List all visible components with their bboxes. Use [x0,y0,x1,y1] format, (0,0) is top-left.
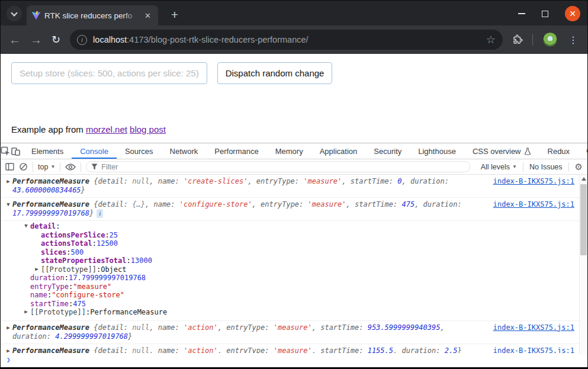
source-link[interactable]: index-B-IKXS75.js:1 [485,323,574,332]
console-message-row[interactable]: ▼PerformanceMeasure {detail: {…}, name: … [1,198,579,221]
tab-title: RTK slice reducers perfo [44,11,139,20]
extensions-puzzle-icon[interactable] [512,34,523,45]
forward-button[interactable]: → [30,34,42,46]
device-toolbar-button[interactable] [11,143,21,159]
console-sidebar-icon[interactable] [5,163,14,171]
log-levels-selector[interactable]: All levels ▼ [481,163,517,171]
tree-property-row[interactable]: ▶[[Prototype]]: PerformanceMeasure [4,308,574,317]
devtools-tab-redux[interactable]: Redux [539,143,579,159]
console-message-row[interactable]: ▶PerformanceMeasure {detail: null, name:… [1,321,579,344]
profile-avatar[interactable] [542,32,558,47]
setup-store-button[interactable]: Setup store (slices: 500, actions per sl… [11,62,207,84]
source-link[interactable]: index-B-IKXS75.js:1 [485,200,574,209]
devtools-tab-console[interactable]: Console [72,143,117,159]
collapsed-triangle-icon[interactable]: ▶ [4,323,12,332]
expanded-triangle-icon[interactable]: ▼ [4,200,12,209]
source-link[interactable]: index-B-IKXS75.js:1 [485,346,574,354]
caret-down-icon: ▼ [50,164,55,169]
devtools-tab-application[interactable]: Application [311,143,366,159]
context-selector[interactable]: top ▼ [38,163,55,171]
expanded-object-tree: ▼detail:actionsPerSlice: 25actionsTotal:… [1,221,579,321]
expanded-triangle-icon[interactable]: ▼ [22,222,30,230]
minimize-button[interactable] [518,13,525,14]
devtools-tab-elements[interactable]: Elements [23,143,72,159]
scrollbar-thumb[interactable] [580,184,587,255]
collapsed-triangle-icon[interactable]: ▶ [4,177,12,186]
tree-property-row: startTime: 475 [4,300,574,309]
tree-property-row: name: "configure-store" [4,291,574,300]
console-toolbar: top ▼ Filter All levels ▼ [1,159,587,175]
console-message-row[interactable]: ▶PerformanceMeasure {detail: null, name:… [1,344,579,354]
console-scrollbar[interactable] [579,175,587,354]
new-tab-button[interactable]: + [166,7,183,23]
console-settings-icon[interactable]: ⚙ [575,162,583,172]
browser-tab[interactable]: RTK slice reducers perfo ✕ [27,5,158,25]
console-message-row[interactable]: ▶PerformanceMeasure {detail: null, name:… [1,175,579,198]
clear-console-icon[interactable] [19,162,28,171]
devtools-tab-network[interactable]: Network [162,143,207,159]
console-toolbar-divider [568,162,569,172]
button-row: Setup store (slices: 500, actions per sl… [1,54,587,84]
console-toolbar-divider [60,162,60,172]
object-preview: PerformanceMeasure {detail: null, name: … [12,346,485,354]
scrollbar-up-icon[interactable] [581,177,586,181]
browser-window: RTK slice reducers perfo ✕ + ✕ ← → ↻ i l… [0,0,588,369]
live-expression-eye-icon[interactable] [65,163,76,171]
prompt-chevron-icon: ❯ [7,356,11,364]
tab-close-icon[interactable]: ✕ [142,10,153,21]
devtools-tab-sources[interactable]: Sources [117,143,162,159]
collapsed-triangle-icon[interactable]: ▶ [33,265,41,274]
console-toolbar-divider [523,162,523,172]
page-content: Setup store (slices: 500, actions per sl… [1,54,587,143]
devtools-tab-lighthouse[interactable]: Lighthouse [410,143,464,159]
console-panel: ▶PerformanceMeasure {detail: null, name:… [1,175,587,367]
caret-down-icon: ▼ [512,164,517,169]
window-controls: ✕ [518,5,580,22]
tab-strip: RTK slice reducers perfo ✕ + ✕ [1,1,587,25]
console-log: ▶PerformanceMeasure {detail: null, name:… [1,175,587,353]
info-badge-icon[interactable]: i [97,209,103,218]
inspect-element-button[interactable] [1,143,11,159]
object-preview: PerformanceMeasure {detail: null, name: … [12,177,485,195]
devtools-tab-performance[interactable]: Performance [206,143,266,159]
console-prompt[interactable]: ❯ [1,353,587,367]
window-close-button[interactable]: ✕ [565,6,580,21]
blog-post-link[interactable]: blog post [130,124,166,134]
morzel-link[interactable]: morzel.net [86,124,127,134]
devtools-tabbar-right: ⚙ ⋮ ✕ [578,143,588,159]
address-bar[interactable]: i localhost:4173/blog-post-rtk-slice-red… [70,30,503,50]
console-filter-input[interactable]: Filter [86,161,470,172]
issues-counter[interactable]: No Issues [529,163,563,171]
collapsed-triangle-icon[interactable]: ▶ [22,307,30,316]
tree-property-row: statePropertiesTotal: 13000 [4,256,574,265]
devtools-settings-icon[interactable]: ⚙ [582,146,588,156]
devtools-tab-css-overview[interactable]: CSS overview [464,143,539,159]
tree-property-row[interactable]: ▼detail: [4,222,574,231]
tree-property-row[interactable]: ▶[[Prototype]]: Object [4,265,574,274]
flask-icon [524,147,531,155]
tree-property-row: actionsTotal: 12500 [4,239,574,248]
tree-property-row: actionsPerSlice: 25 [4,231,574,240]
collapsed-triangle-icon[interactable]: ▶ [4,346,12,354]
tree-property-row: duration: 17.799999997019768 [4,274,574,283]
dispatch-change-button[interactable]: Dispatch random change [217,62,333,84]
bookmark-star-icon[interactable]: ☆ [486,33,496,46]
console-toolbar-divider [81,162,81,172]
browser-toolbar: ← → ↻ i localhost:4173/blog-post-rtk-sli… [1,25,587,54]
back-button[interactable]: ← [9,34,21,46]
devtools-tab-memory[interactable]: Memory [267,143,311,159]
maximize-button[interactable] [542,11,548,17]
site-info-icon[interactable]: i [77,35,87,45]
console-toolbar-right: All levels ▼ No Issues ⚙ [481,162,583,172]
toolbar-divider [532,34,533,46]
source-link[interactable]: index-B-IKXS75.js:1 [485,177,574,186]
object-preview: PerformanceMeasure {detail: {…}, name: '… [12,200,485,218]
browser-menu-icon[interactable]: ⋮ [567,34,579,46]
tab-search-button[interactable] [7,6,22,21]
device-toolbar-icon [11,146,21,156]
devtools-tab-security[interactable]: Security [365,143,410,159]
chevron-down-icon [11,9,17,16]
tree-property-row: slices: 500 [4,248,574,257]
caption: Example app from morzel.net blog post [11,124,166,134]
reload-button[interactable]: ↻ [52,34,60,45]
